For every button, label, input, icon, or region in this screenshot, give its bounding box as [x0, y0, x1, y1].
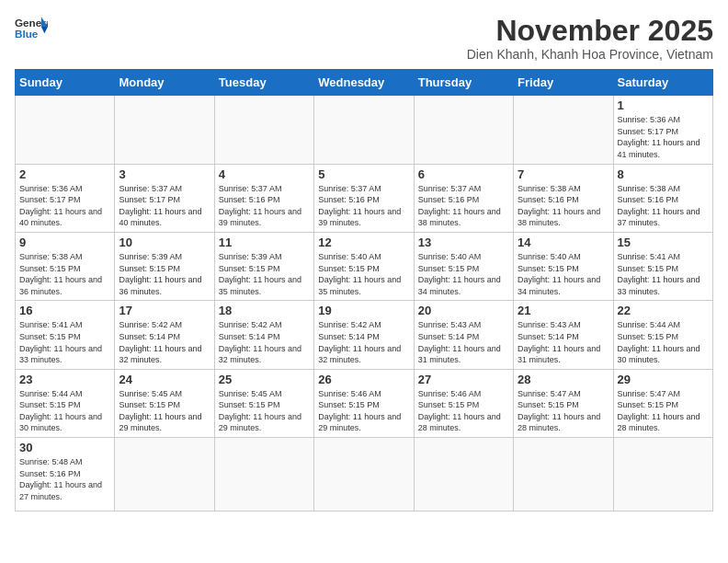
- calendar-cell: 24Sunrise: 5:45 AM Sunset: 5:15 PM Dayli…: [115, 369, 214, 437]
- svg-marker-3: [41, 27, 48, 33]
- calendar-cell: 10Sunrise: 5:39 AM Sunset: 5:15 PM Dayli…: [115, 232, 214, 300]
- calendar-week-row: 1Sunrise: 5:36 AM Sunset: 5:17 PM Daylig…: [16, 96, 713, 164]
- calendar-cell: [115, 438, 214, 511]
- day-info: Sunrise: 5:38 AM Sunset: 5:16 PM Dayligh…: [518, 183, 609, 229]
- calendar-cell: 13Sunrise: 5:40 AM Sunset: 5:15 PM Dayli…: [414, 232, 513, 300]
- calendar-cell: 4Sunrise: 5:37 AM Sunset: 5:16 PM Daylig…: [214, 164, 313, 232]
- calendar-cell: 19Sunrise: 5:42 AM Sunset: 5:14 PM Dayli…: [314, 301, 414, 369]
- day-info: Sunrise: 5:40 AM Sunset: 5:15 PM Dayligh…: [518, 251, 609, 297]
- day-info: Sunrise: 5:47 AM Sunset: 5:15 PM Dayligh…: [518, 388, 609, 434]
- day-number: 11: [219, 236, 310, 249]
- day-number: 19: [318, 304, 409, 317]
- calendar-cell: 29Sunrise: 5:47 AM Sunset: 5:15 PM Dayli…: [613, 369, 712, 437]
- day-number: 8: [618, 167, 709, 181]
- calendar-cell: 5Sunrise: 5:37 AM Sunset: 5:16 PM Daylig…: [314, 164, 414, 232]
- day-info: Sunrise: 5:47 AM Sunset: 5:15 PM Dayligh…: [618, 388, 709, 434]
- day-info: Sunrise: 5:39 AM Sunset: 5:15 PM Dayligh…: [119, 251, 210, 297]
- day-number: 20: [418, 304, 509, 317]
- logo: General Blue: [15, 15, 48, 40]
- calendar-cell: [214, 438, 313, 511]
- day-header-friday: Friday: [514, 70, 613, 96]
- day-info: Sunrise: 5:38 AM Sunset: 5:16 PM Dayligh…: [618, 183, 709, 229]
- day-header-sunday: Sunday: [16, 70, 115, 96]
- day-number: 5: [318, 167, 409, 181]
- day-number: 10: [119, 236, 210, 249]
- day-info: Sunrise: 5:37 AM Sunset: 5:17 PM Dayligh…: [119, 183, 210, 229]
- day-number: 24: [119, 373, 210, 386]
- day-info: Sunrise: 5:43 AM Sunset: 5:14 PM Dayligh…: [418, 319, 509, 365]
- day-number: 7: [518, 167, 609, 181]
- day-number: 21: [518, 304, 609, 317]
- calendar-cell: 22Sunrise: 5:44 AM Sunset: 5:15 PM Dayli…: [613, 301, 712, 369]
- day-info: Sunrise: 5:46 AM Sunset: 5:15 PM Dayligh…: [318, 388, 409, 434]
- day-info: Sunrise: 5:42 AM Sunset: 5:14 PM Dayligh…: [318, 319, 409, 365]
- calendar-cell: 21Sunrise: 5:43 AM Sunset: 5:14 PM Dayli…: [514, 301, 613, 369]
- location-subtitle: Dien Khanh, Khanh Hoa Province, Vietnam: [467, 47, 713, 62]
- day-info: Sunrise: 5:45 AM Sunset: 5:15 PM Dayligh…: [219, 388, 310, 434]
- calendar-cell: 28Sunrise: 5:47 AM Sunset: 5:15 PM Dayli…: [514, 369, 613, 437]
- day-number: 9: [19, 236, 110, 249]
- day-header-monday: Monday: [115, 70, 214, 96]
- calendar-cell: 3Sunrise: 5:37 AM Sunset: 5:17 PM Daylig…: [115, 164, 214, 232]
- calendar-cell: 18Sunrise: 5:42 AM Sunset: 5:14 PM Dayli…: [214, 301, 313, 369]
- day-number: 4: [219, 167, 310, 181]
- calendar-cell: 7Sunrise: 5:38 AM Sunset: 5:16 PM Daylig…: [514, 164, 613, 232]
- calendar-cell: [414, 438, 513, 511]
- page-header: General Blue November 2025 Dien Khanh, K…: [15, 15, 713, 62]
- day-info: Sunrise: 5:40 AM Sunset: 5:15 PM Dayligh…: [318, 251, 409, 297]
- day-info: Sunrise: 5:38 AM Sunset: 5:15 PM Dayligh…: [19, 251, 110, 297]
- calendar-cell: 12Sunrise: 5:40 AM Sunset: 5:15 PM Dayli…: [314, 232, 414, 300]
- calendar-cell: 30Sunrise: 5:48 AM Sunset: 5:16 PM Dayli…: [16, 438, 115, 511]
- title-block: November 2025 Dien Khanh, Khanh Hoa Prov…: [467, 15, 713, 62]
- day-number: 6: [418, 167, 509, 181]
- calendar-cell: 2Sunrise: 5:36 AM Sunset: 5:17 PM Daylig…: [16, 164, 115, 232]
- calendar-cell: 16Sunrise: 5:41 AM Sunset: 5:15 PM Dayli…: [16, 301, 115, 369]
- calendar-cell: 11Sunrise: 5:39 AM Sunset: 5:15 PM Dayli…: [214, 232, 313, 300]
- calendar-week-row: 30Sunrise: 5:48 AM Sunset: 5:16 PM Dayli…: [16, 438, 713, 511]
- day-number: 2: [19, 167, 110, 181]
- calendar-cell: [314, 96, 414, 164]
- day-number: 25: [219, 373, 310, 386]
- calendar-week-row: 23Sunrise: 5:44 AM Sunset: 5:15 PM Dayli…: [16, 369, 713, 437]
- svg-text:Blue: Blue: [15, 28, 39, 40]
- day-number: 13: [418, 236, 509, 249]
- calendar-cell: [214, 96, 313, 164]
- day-info: Sunrise: 5:48 AM Sunset: 5:16 PM Dayligh…: [19, 456, 110, 502]
- day-number: 1: [618, 98, 709, 112]
- day-info: Sunrise: 5:36 AM Sunset: 5:17 PM Dayligh…: [618, 114, 709, 160]
- calendar-cell: [514, 96, 613, 164]
- day-header-tuesday: Tuesday: [214, 70, 313, 96]
- day-number: 15: [618, 236, 709, 249]
- day-info: Sunrise: 5:42 AM Sunset: 5:14 PM Dayligh…: [219, 319, 310, 365]
- day-info: Sunrise: 5:37 AM Sunset: 5:16 PM Dayligh…: [318, 183, 409, 229]
- calendar-cell: [414, 96, 513, 164]
- day-info: Sunrise: 5:40 AM Sunset: 5:15 PM Dayligh…: [418, 251, 509, 297]
- calendar-table: SundayMondayTuesdayWednesdayThursdayFrid…: [15, 69, 713, 511]
- day-number: 29: [618, 373, 709, 386]
- calendar-cell: 6Sunrise: 5:37 AM Sunset: 5:16 PM Daylig…: [414, 164, 513, 232]
- month-title: November 2025: [467, 15, 713, 47]
- day-number: 18: [219, 304, 310, 317]
- day-number: 17: [119, 304, 210, 317]
- day-number: 28: [518, 373, 609, 386]
- calendar-cell: [115, 96, 214, 164]
- day-header-wednesday: Wednesday: [314, 70, 414, 96]
- calendar-cell: 8Sunrise: 5:38 AM Sunset: 5:16 PM Daylig…: [613, 164, 712, 232]
- calendar-week-row: 9Sunrise: 5:38 AM Sunset: 5:15 PM Daylig…: [16, 232, 713, 300]
- calendar-cell: 17Sunrise: 5:42 AM Sunset: 5:14 PM Dayli…: [115, 301, 214, 369]
- day-number: 23: [19, 373, 110, 386]
- calendar-week-row: 2Sunrise: 5:36 AM Sunset: 5:17 PM Daylig…: [16, 164, 713, 232]
- calendar-cell: 20Sunrise: 5:43 AM Sunset: 5:14 PM Dayli…: [414, 301, 513, 369]
- logo-icon: General Blue: [15, 15, 48, 40]
- calendar-cell: [314, 438, 414, 511]
- day-info: Sunrise: 5:45 AM Sunset: 5:15 PM Dayligh…: [119, 388, 210, 434]
- calendar-cell: [613, 438, 712, 511]
- day-info: Sunrise: 5:44 AM Sunset: 5:15 PM Dayligh…: [618, 319, 709, 365]
- day-info: Sunrise: 5:37 AM Sunset: 5:16 PM Dayligh…: [418, 183, 509, 229]
- calendar-cell: 1Sunrise: 5:36 AM Sunset: 5:17 PM Daylig…: [613, 96, 712, 164]
- day-header-thursday: Thursday: [414, 70, 513, 96]
- day-number: 12: [318, 236, 409, 249]
- calendar-cell: 14Sunrise: 5:40 AM Sunset: 5:15 PM Dayli…: [514, 232, 613, 300]
- calendar-cell: [514, 438, 613, 511]
- day-number: 14: [518, 236, 609, 249]
